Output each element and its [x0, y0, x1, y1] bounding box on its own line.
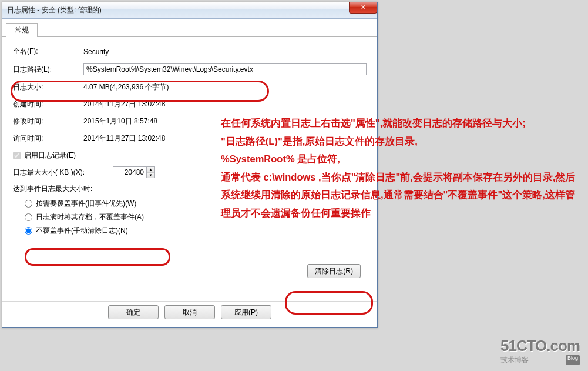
logpath-label: 日志路径(L):	[13, 65, 83, 75]
logpath-input[interactable]	[83, 63, 367, 75]
modified-label: 修改时间:	[13, 116, 83, 126]
watermark: 51CTO.com 技术博客 Blog	[500, 337, 580, 365]
radio-noclear-label: 不覆盖事件(手动清除日志)(N)	[36, 226, 128, 236]
annotation-text: 在任何系统内置日志上右击选"属性",就能改变日志的存储路径与大小;"日志路径(L…	[221, 114, 578, 222]
logsize-label: 日志大小:	[13, 82, 83, 92]
radio-archive-label: 日志满时将其存档，不覆盖事件(A)	[36, 212, 144, 222]
ok-button[interactable]: 确定	[108, 305, 159, 319]
row-created: 创建时间: 2014年11月27日 13:02:48	[13, 99, 367, 109]
created-value: 2014年11月27日 13:02:48	[83, 99, 367, 109]
spinner-arrows: ▲ ▼	[146, 167, 154, 178]
created-label: 创建时间:	[13, 99, 83, 109]
cancel-button[interactable]: 取消	[164, 305, 215, 319]
max-size-input[interactable]	[113, 167, 146, 178]
radio-archive[interactable]	[25, 213, 32, 221]
watermark-big: 51CTO.com	[500, 337, 580, 355]
row-fullname: 全名(F): Security	[13, 46, 367, 56]
close-button[interactable]: ✕	[349, 2, 377, 14]
max-size-label: 日志最大大小( KB )(X):	[13, 168, 113, 178]
watermark-small: 技术博客 Blog	[500, 355, 580, 365]
spinner-up-icon[interactable]: ▲	[147, 167, 154, 173]
row-logpath: 日志路径(L):	[13, 63, 367, 75]
close-icon: ✕	[361, 4, 366, 11]
radio-overwrite[interactable]	[25, 200, 32, 208]
watermark-small-text: 技术博客	[500, 355, 529, 365]
max-size-spinner[interactable]: ▲ ▼	[113, 166, 155, 178]
titlebar[interactable]: 日志属性 - 安全 (类型: 管理的) ✕	[2, 2, 377, 19]
fullname-value: Security	[83, 48, 367, 56]
tab-general[interactable]: 常规	[6, 23, 38, 37]
logsize-value: 4.07 MB(4,263,936 个字节)	[83, 82, 367, 92]
watermark-tag: Blog	[566, 355, 580, 365]
radio-overwrite-label: 按需要覆盖事件(旧事件优先)(W)	[36, 199, 136, 209]
enable-logging-checkbox[interactable]	[13, 152, 21, 159]
clear-log-button[interactable]: 清除日志(R)	[307, 264, 361, 278]
apply-button[interactable]: 应用(P)	[221, 305, 271, 319]
clear-button-wrap: 清除日志(R)	[13, 264, 367, 278]
spinner-down-icon[interactable]: ▼	[147, 173, 154, 178]
logpath-value-wrap	[83, 63, 367, 75]
fullname-label: 全名(F):	[13, 46, 83, 56]
accessed-label: 访问时间:	[13, 133, 83, 143]
row-logsize: 日志大小: 4.07 MB(4,263,936 个字节)	[13, 82, 367, 92]
enable-logging-label: 启用日志记录(E)	[24, 151, 76, 161]
radio-noclear[interactable]	[25, 227, 32, 235]
tabstrip: 常规	[2, 19, 377, 37]
window-title: 日志属性 - 安全 (类型: 管理的)	[7, 5, 102, 15]
radio-noclear-row: 不覆盖事件(手动清除日志)(N)	[25, 226, 367, 236]
footer-buttons: 确定 取消 应用(P)	[2, 301, 377, 323]
